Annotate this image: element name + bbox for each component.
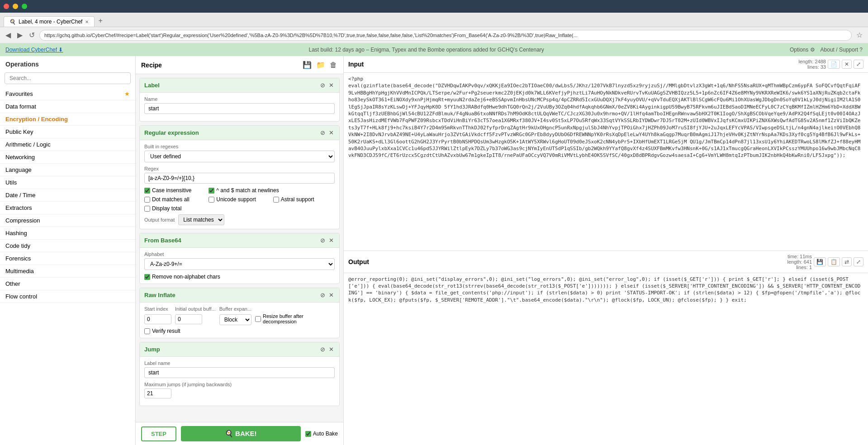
- initial-buff-input[interactable]: [175, 314, 202, 324]
- auto-bake-label: Auto Bake: [313, 431, 338, 437]
- unicode-support-cb[interactable]: [209, 197, 214, 203]
- sidebar-category[interactable]: Data format: [0, 100, 135, 113]
- sidebar-category[interactable]: Forensics: [0, 252, 135, 265]
- sidebar-category[interactable]: Hashing: [0, 227, 135, 240]
- buffer-expand-label: Buffer expan...: [219, 306, 251, 312]
- jump-disable-btn[interactable]: ⊘: [319, 345, 326, 354]
- output-format-select[interactable]: List matches: [178, 214, 224, 225]
- regex-input[interactable]: [144, 173, 335, 184]
- url-input[interactable]: [39, 30, 852, 41]
- sidebar-category[interactable]: Networking: [0, 151, 135, 164]
- sidebar-category[interactable]: Favourites★: [0, 88, 135, 100]
- verify-result-cb[interactable]: [144, 328, 150, 334]
- remove-non-alpha-option: Remove non-alphabet chars: [144, 274, 335, 280]
- case-insensitive-option: Case insensitive: [144, 187, 206, 194]
- display-total-option: Display total: [144, 205, 206, 212]
- active-tab[interactable]: 🍳 Label, 4 more - CyberChef ✕: [4, 16, 95, 27]
- input-load-file-btn[interactable]: 📄: [828, 60, 840, 69]
- output-save-btn[interactable]: 💾: [814, 257, 826, 266]
- alphabet-select[interactable]: A-Za-z0-9+/=: [144, 258, 335, 270]
- recipe-load-btn[interactable]: 📁: [315, 60, 326, 70]
- recipe-save-btn[interactable]: 💾: [302, 60, 313, 70]
- tab-close-btn[interactable]: ✕: [85, 19, 89, 24]
- nav-back-btn[interactable]: ◀: [4, 30, 13, 40]
- sidebar-category[interactable]: Date / Time: [0, 189, 135, 202]
- label-disable-btn[interactable]: ⊘: [319, 81, 326, 90]
- input-lines: lines: 33: [798, 64, 826, 70]
- unicode-support-option: Unicode support: [209, 196, 270, 203]
- output-switch-input-btn[interactable]: ⇄: [842, 257, 852, 266]
- dot-matches-all-cb[interactable]: [144, 197, 150, 203]
- input-length: length: 2488: [798, 59, 826, 64]
- new-tab-btn[interactable]: +: [95, 15, 106, 27]
- case-insensitive-cb[interactable]: [144, 188, 150, 194]
- label-card: Label ⊘ ✕ Name: [139, 78, 340, 122]
- sidebar-category[interactable]: Multimedia: [0, 265, 135, 278]
- minimize-window-btn[interactable]: [13, 4, 18, 9]
- output-copy-btn[interactable]: 📋: [828, 257, 840, 266]
- sidebar-category[interactable]: Extractors: [0, 202, 135, 214]
- astral-support-cb[interactable]: [273, 197, 279, 203]
- remove-non-alpha-label: Remove non-alphabet chars: [152, 274, 220, 280]
- close-window-btn[interactable]: [4, 4, 9, 9]
- sidebar-category[interactable]: Compression: [0, 214, 135, 227]
- step-button[interactable]: STEP: [141, 426, 176, 441]
- astral-support-label: Astral support: [281, 196, 314, 203]
- sidebar-category[interactable]: Encryption / Encoding: [0, 113, 135, 126]
- display-total-label: Display total: [152, 205, 181, 212]
- jump-actions: ⊘ ✕: [319, 345, 335, 354]
- jump-label-group: Label name: [144, 360, 335, 378]
- start-index-input[interactable]: [144, 314, 171, 324]
- from-base64-card: From Base64 ⊘ ✕ Alphabet A-Za-z0-9+/=: [139, 233, 340, 284]
- input-panel: Input length: 2488 lines: 33 📄 ✕ ⤢ <?php…: [344, 56, 868, 251]
- nav-forward-btn[interactable]: ▶: [15, 30, 24, 40]
- sidebar-category[interactable]: Other: [0, 278, 135, 290]
- from-base64-disable-btn[interactable]: ⊘: [319, 236, 326, 245]
- raw-inflate-close-btn[interactable]: ✕: [328, 291, 335, 299]
- regex-close-btn[interactable]: ✕: [328, 128, 335, 137]
- jump-close-btn[interactable]: ✕: [328, 345, 335, 354]
- sidebar-category[interactable]: Public Key: [0, 126, 135, 138]
- input-content[interactable]: <?php eval(gzinflate(base64_decode("DZVH…: [344, 73, 868, 251]
- sidebar-category[interactable]: Flow control: [0, 290, 135, 303]
- sidebar-category[interactable]: Arithmetic / Logic: [0, 138, 135, 151]
- max-jumps-group: Maximum jumps (if jumping backwards): [144, 382, 335, 398]
- alphabet-label: Alphabet: [144, 251, 335, 257]
- display-total-cb[interactable]: [144, 206, 150, 212]
- sidebar-category[interactable]: Code tidy: [0, 240, 135, 252]
- input-clear-btn[interactable]: ✕: [842, 60, 852, 69]
- jump-label-input[interactable]: [144, 367, 335, 378]
- bake-button[interactable]: 🍳 BAKE!: [181, 426, 301, 441]
- sidebar-category[interactable]: Language: [0, 164, 135, 176]
- options-link[interactable]: Options ⚙: [790, 47, 815, 53]
- buffer-expand-select[interactable]: Block: [219, 314, 251, 325]
- bookmark-btn[interactable]: ☆: [854, 30, 864, 40]
- auto-bake-option: Auto Bake: [305, 431, 338, 437]
- from-base64-close-btn[interactable]: ✕: [328, 236, 335, 245]
- recipe-clear-btn[interactable]: 🗑: [329, 60, 338, 70]
- from-base64-actions: ⊘ ✕: [319, 236, 335, 245]
- search-input[interactable]: [5, 72, 131, 84]
- output-format-label: Output format: [144, 217, 175, 222]
- input-panel-title: Input: [348, 61, 364, 68]
- input-maximise-btn[interactable]: ⤢: [854, 60, 863, 69]
- raw-inflate-disable-btn[interactable]: ⊘: [319, 291, 326, 299]
- max-jumps-input[interactable]: [144, 388, 171, 398]
- start-index-col: Start index: [144, 306, 171, 324]
- regex-disable-btn[interactable]: ⊘: [319, 128, 326, 137]
- remove-non-alpha-cb[interactable]: [144, 274, 150, 280]
- auto-bake-checkbox[interactable]: [305, 431, 311, 437]
- match-newlines-cb[interactable]: [209, 188, 214, 194]
- nav-refresh-btn[interactable]: ↺: [27, 30, 37, 40]
- sidebar-category[interactable]: Utils: [0, 176, 135, 189]
- resize-cb[interactable]: [255, 316, 261, 322]
- output-content: @error_reporting(0); @ini_set("display_e…: [344, 273, 868, 445]
- sidebar: Operations Favourites★Data formatEncrypt…: [0, 56, 136, 445]
- about-support-link[interactable]: About / Support ?: [821, 47, 863, 53]
- label-close-btn[interactable]: ✕: [328, 81, 335, 90]
- builtin-regex-select[interactable]: User defined: [144, 151, 335, 162]
- label-name-input[interactable]: [144, 103, 335, 114]
- output-maximise-btn[interactable]: ⤢: [854, 257, 863, 266]
- maximize-window-btn[interactable]: [22, 4, 27, 9]
- download-link[interactable]: Download CyberChef ⬇: [5, 47, 63, 53]
